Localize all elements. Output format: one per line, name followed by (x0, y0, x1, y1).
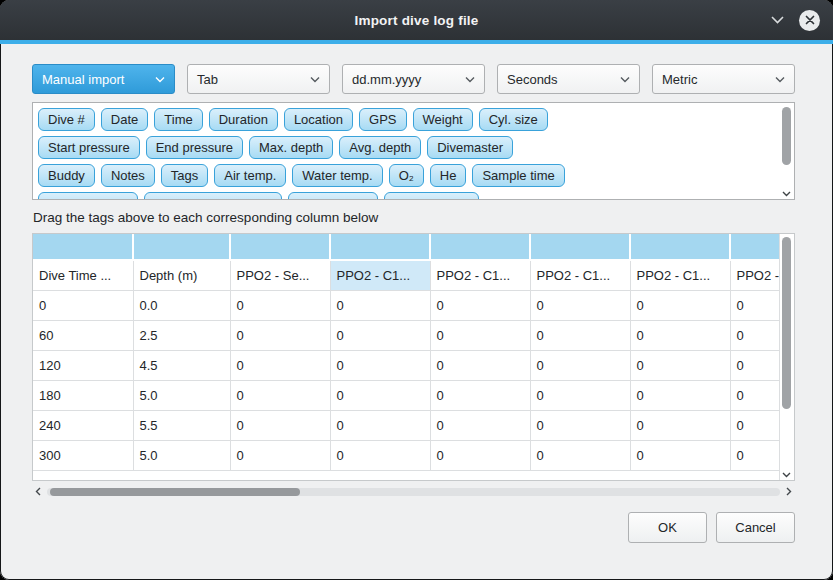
tag-pill[interactable]: GPS (359, 108, 406, 131)
column-drop-target[interactable] (330, 234, 430, 260)
tag-pill[interactable]: Time (154, 108, 202, 131)
chevron-down-icon (155, 76, 165, 83)
table-cell: 0 (430, 290, 530, 320)
tag-pill[interactable]: O₂ (389, 164, 424, 187)
combo-units[interactable]: Metric (652, 64, 795, 94)
table-cell: 0 (730, 380, 779, 410)
column-drop-target[interactable] (630, 234, 730, 260)
chevron-down-icon (775, 76, 785, 83)
table-cell: 0 (230, 350, 330, 380)
table-cell: 0 (33, 290, 133, 320)
tag-pill[interactable]: Sample temperature (144, 192, 282, 200)
table-row: 1204.5000000 (33, 350, 779, 380)
tag-pill[interactable]: He (430, 164, 467, 187)
table-cell: 2.5 (133, 320, 230, 350)
drop-target-row (33, 234, 779, 260)
combo-date-format[interactable]: dd.mm.yyyy (342, 64, 485, 94)
tag-pill[interactable]: Max. depth (249, 136, 333, 159)
table-row: 00.0000000 (33, 290, 779, 320)
table-cell: 0 (730, 320, 779, 350)
table-cell: 180 (33, 380, 133, 410)
table-row: 2405.5000000 (33, 410, 779, 440)
ok-button[interactable]: OK (628, 512, 707, 543)
combo-selected-value: Tab (197, 72, 218, 87)
scrollbar-thumb[interactable] (782, 107, 791, 165)
tag-pill[interactable]: Start pressure (38, 136, 140, 159)
table-cell: 0 (430, 320, 530, 350)
table-cell: 0 (530, 410, 630, 440)
combo-selected-value: dd.mm.yyyy (352, 72, 421, 87)
chevron-down-icon[interactable] (782, 191, 791, 197)
table-cell: 0 (530, 320, 630, 350)
tag-panel-scrollbar[interactable] (779, 103, 794, 199)
table-cell: 0 (730, 410, 779, 440)
tag-pill[interactable]: Buddy (38, 164, 95, 187)
scrollbar-thumb[interactable] (782, 237, 791, 409)
tag-pill[interactable]: Avg. depth (339, 136, 421, 159)
tag-pill[interactable]: Air temp. (214, 164, 286, 187)
chevron-down-icon[interactable] (782, 472, 791, 478)
table-cell: 0 (430, 440, 530, 470)
cancel-button[interactable]: Cancel (716, 512, 795, 543)
combo-import-type[interactable]: Manual import (32, 64, 175, 94)
chevron-right-icon[interactable] (783, 484, 795, 499)
tag-pill[interactable]: Divemaster (427, 136, 513, 159)
tag-pill[interactable]: Dive # (38, 108, 95, 131)
table-header-row: Dive Time ...Depth (m)PPO2 - Se...PPO2 -… (33, 260, 779, 290)
tag-pill[interactable]: Location (284, 108, 353, 131)
table-cell: 0 (630, 410, 730, 440)
window-title: Import dive log file (354, 13, 478, 28)
combo-field-separator[interactable]: Tab (187, 64, 330, 94)
tag-pill[interactable]: Sample depth (38, 192, 138, 200)
tag-pill[interactable]: Water temp. (292, 164, 382, 187)
column-header[interactable]: PPO2 - Se... (230, 260, 330, 290)
combo-selected-value: Metric (662, 72, 697, 87)
chevron-left-icon[interactable] (32, 484, 44, 499)
column-drop-target[interactable] (730, 234, 779, 260)
column-drop-target[interactable] (33, 234, 133, 260)
import-options-row: Manual importTabdd.mm.yyyySecondsMetric (32, 64, 795, 94)
column-header[interactable]: PPO2 - C1... (330, 260, 430, 290)
combo-selected-value: Manual import (42, 72, 124, 87)
chevron-down-icon[interactable] (771, 16, 784, 24)
table-cell: 300 (33, 440, 133, 470)
table-cell: 0 (330, 320, 430, 350)
table-cell: 0 (630, 380, 730, 410)
tag-pill[interactable]: Notes (101, 164, 155, 187)
table-cell: 0 (530, 380, 630, 410)
column-header[interactable]: Depth (m) (133, 260, 230, 290)
table-row: 602.5000000 (33, 320, 779, 350)
column-drop-target[interactable] (133, 234, 230, 260)
scrollbar-thumb[interactable] (50, 488, 300, 496)
tag-pill[interactable]: Duration (209, 108, 278, 131)
tag-pill[interactable]: Weight (413, 108, 473, 131)
tag-pill[interactable]: End pressure (146, 136, 243, 159)
tag-pill[interactable]: Date (101, 108, 148, 131)
close-button[interactable] (799, 10, 820, 31)
column-header[interactable]: PPO2 - C1... (430, 260, 530, 290)
titlebar-accent-line (0, 40, 833, 44)
table-cell: 0 (630, 350, 730, 380)
tag-pill[interactable]: Sample pO₂ (288, 192, 378, 200)
column-header[interactable]: PPO2 - C1... (630, 260, 730, 290)
column-drop-target[interactable] (230, 234, 330, 260)
table-horizontal-scrollbar[interactable] (32, 484, 795, 499)
table-vertical-scrollbar[interactable] (779, 234, 794, 480)
table-cell: 0 (730, 440, 779, 470)
tag-pill[interactable]: Tags (161, 164, 208, 187)
column-header[interactable]: PPO2 - C1... (530, 260, 630, 290)
column-header[interactable]: PPO2 - C1... (730, 260, 779, 290)
tag-pill[interactable]: Sample time (472, 164, 564, 187)
column-drop-target[interactable] (530, 234, 630, 260)
column-header[interactable]: Dive Time ... (33, 260, 133, 290)
tag-pill[interactable]: Cyl. size (479, 108, 548, 131)
preview-table-viewport: Dive Time ...Depth (m)PPO2 - Se...PPO2 -… (33, 234, 779, 480)
table-cell: 0 (230, 380, 330, 410)
table-cell: 5.0 (133, 380, 230, 410)
table-cell: 0 (230, 410, 330, 440)
preview-table: Dive Time ...Depth (m)PPO2 - Se...PPO2 -… (33, 234, 779, 471)
tag-list: Dive #DateTimeDurationLocationGPSWeightC… (33, 103, 794, 200)
tag-pill[interactable]: Sample CNS (384, 192, 479, 200)
column-drop-target[interactable] (430, 234, 530, 260)
combo-duration-format[interactable]: Seconds (497, 64, 640, 94)
